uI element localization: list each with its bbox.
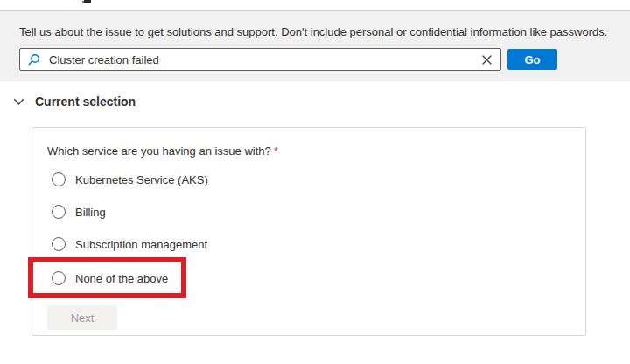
chevron-down-icon	[12, 95, 25, 108]
radio-option-label: Subscription management	[75, 238, 207, 251]
radio-button[interactable]	[52, 271, 66, 285]
section-title: Current selection	[35, 94, 136, 108]
radio-button[interactable]	[52, 205, 66, 219]
radio-button[interactable]	[52, 237, 66, 251]
current-selection-header[interactable]: Current selection	[12, 93, 136, 110]
required-marker: *	[274, 144, 278, 158]
support-page: Tell us about the issue to get solutions…	[0, 0, 630, 364]
question-label: Which service are you having an issue wi…	[47, 144, 278, 158]
next-button[interactable]: Next	[47, 305, 117, 330]
intro-text: Tell us about the issue to get solutions…	[19, 25, 607, 39]
search-icon	[27, 53, 40, 66]
radio-option-none-of-the-above[interactable]: None of the above	[52, 270, 168, 286]
radio-option-billing[interactable]: Billing	[52, 204, 106, 220]
issue-search-box	[19, 48, 501, 71]
clear-icon[interactable]	[480, 53, 494, 66]
radio-option-subscription-management[interactable]: Subscription management	[52, 236, 207, 252]
radio-option-label: Kubernetes Service (AKS)	[75, 173, 208, 186]
question-text: Which service are you having an issue wi…	[47, 144, 271, 158]
radio-button[interactable]	[52, 172, 66, 186]
issue-search-input[interactable]	[49, 53, 480, 66]
go-button[interactable]: Go	[508, 49, 557, 70]
service-question-card: Which service are you having an issue wi…	[32, 127, 586, 336]
radio-option-label: Billing	[75, 206, 106, 219]
radio-option-kubernetes-service[interactable]: Kubernetes Service (AKS)	[52, 172, 208, 187]
radio-option-label: None of the above	[75, 272, 168, 285]
clipped-heading-fragment	[84, 0, 91, 3]
